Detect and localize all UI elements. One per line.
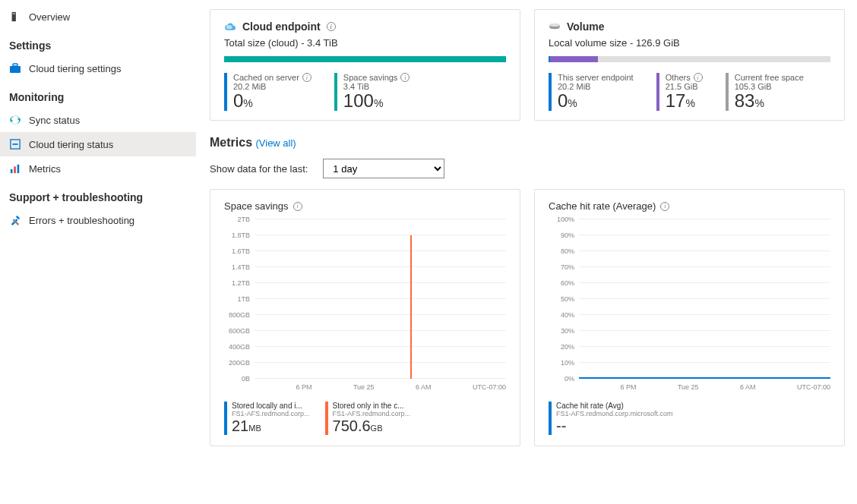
- stat-cached-on-server: Cached on serveri 20.2 MiB 0%: [224, 73, 311, 111]
- cloud-usage-bar: [224, 56, 506, 62]
- stat-value: 17: [666, 90, 686, 111]
- stat-value: 0: [233, 90, 243, 111]
- legend-cache-hit: Cache hit rate (Avg) FS1-AFS.redmond.cor…: [549, 402, 673, 435]
- legend-sub: FS1-AFS.redmond.corp...: [333, 410, 411, 417]
- metrics-heading-text: Metrics: [210, 136, 252, 149]
- stat-label: Cached on server: [233, 73, 299, 82]
- svg-rect-3: [13, 64, 17, 66]
- stat-unit: %: [754, 97, 764, 109]
- stat-unit: %: [685, 97, 694, 109]
- legend-label: Stored only in the c...: [333, 402, 411, 410]
- legend-value: 21: [232, 417, 248, 434]
- stat-value: 100: [343, 90, 374, 111]
- sidebar: Overview Settings Cloud tiering settings…: [0, 0, 196, 504]
- info-icon[interactable]: i: [400, 73, 410, 82]
- volume-card: Volume Local volume size - 126.9 GiB Thi…: [534, 9, 845, 121]
- stat-unit: %: [374, 97, 383, 109]
- nav-errors-troubleshooting-label: Errors + troubleshooting: [29, 215, 134, 226]
- nav-section-support: Support + troubleshooting: [0, 181, 196, 208]
- stat-unit: %: [568, 97, 577, 109]
- tools-icon: [9, 214, 21, 226]
- cloud-card-subtitle: Total size (cloud) - 3.4 TiB: [224, 37, 506, 49]
- cache-hit-rate-chart-card: Cache hit rate (Average) i 0% 10% 20% 30…: [534, 189, 845, 446]
- nav-metrics[interactable]: Metrics: [0, 156, 196, 181]
- space-savings-chart[interactable]: 0B 200GB 400GB 600GB 800GB 1TB 1.2TB 1.4…: [255, 219, 506, 379]
- volume-card-title: Volume: [567, 20, 605, 33]
- nav-errors-troubleshooting[interactable]: Errors + troubleshooting: [0, 208, 196, 232]
- stat-this-server-endpoint: This server endpoint 20.2 MiB 0%: [549, 73, 634, 111]
- legend-sub: FS1-AFS.redmond.corp.microsoft.com: [556, 410, 673, 417]
- nav-cloud-tiering-status[interactable]: Cloud tiering status: [0, 132, 196, 156]
- cloud-endpoint-card: Cloud endpoint i Total size (cloud) - 3.…: [210, 9, 520, 121]
- cache-hit-rate-chart[interactable]: 0% 10% 20% 30% 40% 50% 60% 70% 80% 90% 1…: [579, 219, 830, 379]
- server-icon: [9, 11, 21, 23]
- cloud-icon: [224, 20, 236, 33]
- metrics-icon: [9, 162, 21, 175]
- svg-point-11: [549, 24, 559, 27]
- stat-value: 0: [558, 90, 568, 111]
- nav-sync-status[interactable]: Sync status: [0, 108, 196, 132]
- svg-rect-7: [14, 166, 16, 173]
- briefcase-icon: [9, 62, 21, 74]
- stat-label: Current free space: [735, 73, 804, 82]
- view-all-link[interactable]: (View all): [255, 137, 296, 149]
- stat-space-savings: Space savingsi 3.4 TiB 100%: [334, 73, 410, 111]
- volume-card-subtitle: Local volume size - 126.9 GiB: [549, 37, 830, 49]
- stat-label: Others: [666, 73, 691, 82]
- svg-point-9: [226, 25, 232, 29]
- nav-sync-status-label: Sync status: [29, 115, 80, 126]
- info-icon[interactable]: i: [302, 73, 311, 82]
- disk-icon: [549, 20, 561, 33]
- chart-x-axis: 6 PMTue 256 AMUTC-07:00: [579, 382, 830, 398]
- nav-overview-label: Overview: [29, 11, 70, 23]
- info-icon[interactable]: i: [694, 73, 703, 82]
- volume-usage-bar: [549, 56, 830, 62]
- nav-section-settings: Settings: [0, 29, 196, 56]
- main-content: Cloud endpoint i Total size (cloud) - 3.…: [196, 0, 857, 504]
- nav-cloud-tiering-status-label: Cloud tiering status: [29, 139, 113, 150]
- chart-spike: [410, 235, 412, 379]
- svg-rect-5: [13, 143, 18, 145]
- svg-rect-2: [10, 66, 21, 73]
- tiering-icon: [9, 138, 21, 150]
- stat-value: 83: [735, 90, 755, 111]
- chart-title-text: Space savings: [224, 200, 289, 212]
- chart-title-text: Cache hit rate (Average): [549, 200, 656, 212]
- stat-current-free-space: Current free space 105.3 GiB 83%: [726, 73, 804, 111]
- time-range-select[interactable]: 1 day: [323, 159, 444, 178]
- stat-others: Othersi 21.5 GiB 17%: [656, 73, 703, 111]
- nav-cloud-tiering-settings-label: Cloud tiering settings: [29, 63, 121, 74]
- legend-label: Stored locally and i...: [232, 402, 310, 410]
- stat-sub: 20.2 MiB: [558, 82, 634, 91]
- legend-value: --: [556, 417, 566, 434]
- stat-label: This server endpoint: [558, 73, 634, 82]
- nav-overview[interactable]: Overview: [0, 5, 196, 29]
- legend-unit: MB: [248, 424, 261, 433]
- chart-line: [579, 377, 830, 379]
- nav-metrics-label: Metrics: [29, 163, 61, 175]
- info-icon[interactable]: i: [327, 22, 336, 31]
- legend-label: Cache hit rate (Avg): [556, 402, 640, 410]
- stat-sub: 20.2 MiB: [233, 82, 311, 91]
- svg-rect-8: [17, 165, 20, 173]
- stat-unit: %: [243, 97, 252, 109]
- info-icon[interactable]: i: [660, 202, 669, 211]
- cloud-card-title: Cloud endpoint: [242, 20, 321, 33]
- stat-label: Space savings: [343, 73, 398, 82]
- legend-value: 750.6: [333, 417, 371, 434]
- svg-rect-6: [11, 169, 13, 173]
- filter-label: Show data for the last:: [210, 163, 308, 175]
- legend-unit: GB: [371, 424, 383, 433]
- nav-section-monitoring: Monitoring: [0, 80, 196, 108]
- nav-cloud-tiering-settings[interactable]: Cloud tiering settings: [0, 56, 196, 80]
- legend-stored-cloud: Stored only in the c... FS1-AFS.redmond.…: [325, 402, 411, 435]
- chart-x-axis: 6 PMTue 256 AMUTC-07:00: [255, 382, 506, 398]
- sync-icon: [9, 114, 21, 126]
- legend-sub: FS1-AFS.redmond.corp...: [232, 410, 310, 417]
- info-icon[interactable]: i: [293, 202, 302, 211]
- metrics-heading: Metrics (View all): [210, 136, 845, 150]
- svg-rect-1: [13, 14, 16, 14]
- space-savings-chart-card: Space savings i 0B 200GB 400GB 600GB 800…: [210, 189, 520, 446]
- legend-stored-locally: Stored locally and i... FS1-AFS.redmond.…: [224, 402, 310, 435]
